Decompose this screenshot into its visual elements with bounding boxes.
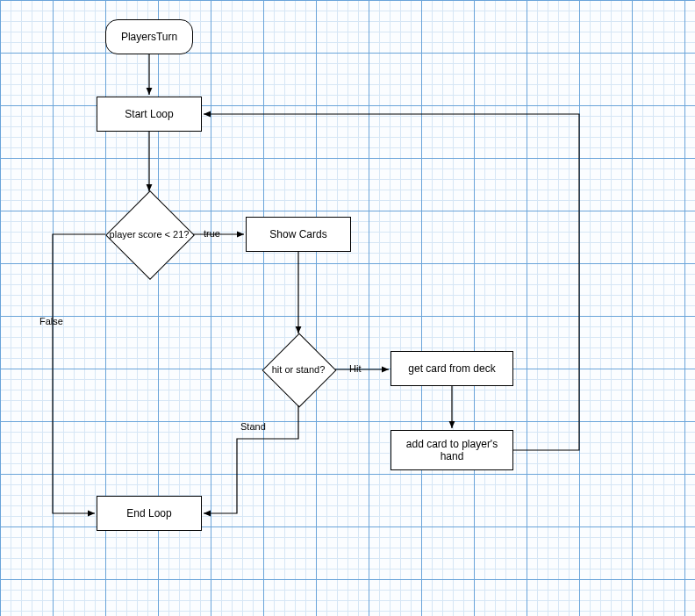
edge-label-stand: Stand [240, 421, 266, 432]
edge-label-false: False [39, 316, 63, 326]
node-score-check[interactable] [105, 190, 195, 280]
edge-label-hit: Hit [349, 363, 361, 374]
node-hit-stand[interactable] [262, 333, 337, 408]
node-add-card[interactable]: add card to player's hand [390, 430, 513, 470]
node-get-card[interactable]: get card from deck [390, 351, 513, 386]
node-label: add card to player's hand [395, 438, 509, 462]
node-label: Show Cards [269, 228, 326, 240]
node-end-loop[interactable]: End Loop [97, 496, 202, 531]
node-label: PlayersTurn [121, 31, 177, 43]
node-players-turn[interactable]: PlayersTurn [105, 19, 193, 54]
edge-label-true: true [204, 228, 220, 239]
node-label: Start Loop [125, 108, 173, 120]
node-start-loop[interactable]: Start Loop [97, 97, 202, 132]
node-show-cards[interactable]: Show Cards [246, 217, 351, 252]
node-label: End Loop [126, 507, 171, 519]
flowchart-canvas: PlayersTurn Start Loop player score < 21… [0, 0, 695, 616]
node-label: get card from deck [408, 362, 495, 375]
